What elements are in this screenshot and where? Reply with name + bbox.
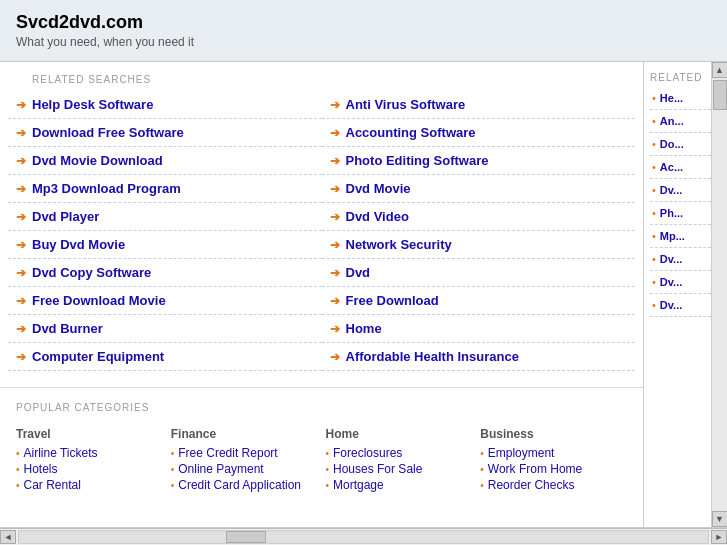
search-item-right[interactable]: ➔Free Download	[322, 287, 636, 315]
search-item-left[interactable]: ➔Computer Equipment	[8, 343, 322, 371]
scroll-down-button[interactable]: ▼	[712, 511, 728, 527]
category-list-item[interactable]: Employment	[480, 445, 627, 461]
category-link[interactable]: Reorder Checks	[488, 478, 575, 492]
search-link[interactable]: Dvd Copy Software	[32, 265, 151, 280]
search-item-right[interactable]: ➔Home	[322, 315, 636, 343]
category-list-item[interactable]: Credit Card Application	[171, 477, 318, 493]
category-link[interactable]: Credit Card Application	[178, 478, 301, 492]
sidebar-link-item[interactable]: •Dv...	[650, 179, 711, 202]
sidebar-link[interactable]: Do...	[660, 138, 684, 150]
sidebar-link[interactable]: Mp...	[660, 230, 685, 242]
arrow-icon: •	[652, 184, 656, 196]
search-link[interactable]: Computer Equipment	[32, 349, 164, 364]
sidebar-link-item[interactable]: •Dv...	[650, 248, 711, 271]
sidebar-link[interactable]: An...	[660, 115, 684, 127]
category-list-item[interactable]: Airline Tickets	[16, 445, 163, 461]
search-link[interactable]: Accounting Software	[346, 125, 476, 140]
search-item-right[interactable]: ➔Accounting Software	[322, 119, 636, 147]
category-list-item[interactable]: Online Payment	[171, 461, 318, 477]
category-link[interactable]: Mortgage	[333, 478, 384, 492]
search-link[interactable]: Free Download	[346, 293, 439, 308]
category-link[interactable]: Online Payment	[178, 462, 263, 476]
vertical-scrollbar[interactable]: ▲ ▼	[711, 62, 727, 527]
category-list-item[interactable]: Mortgage	[326, 477, 473, 493]
category-link[interactable]: Houses For Sale	[333, 462, 422, 476]
search-link[interactable]: Dvd Movie	[346, 181, 411, 196]
search-link[interactable]: Photo Editing Software	[346, 153, 489, 168]
horizontal-scrollbar[interactable]: ◄ ►	[0, 527, 727, 545]
category-list-item[interactable]: Work From Home	[480, 461, 627, 477]
search-link[interactable]: Free Download Movie	[32, 293, 166, 308]
category-link[interactable]: Foreclosures	[333, 446, 402, 460]
sidebar-link[interactable]: Dv...	[660, 184, 682, 196]
search-link[interactable]: Mp3 Download Program	[32, 181, 181, 196]
sidebar-link-item[interactable]: •Dv...	[650, 294, 711, 317]
category-link[interactable]: Employment	[488, 446, 555, 460]
scroll-up-button[interactable]: ▲	[712, 62, 728, 78]
search-link[interactable]: Anti Virus Software	[346, 97, 466, 112]
sidebar-link-item[interactable]: •Ac...	[650, 156, 711, 179]
arrow-icon: •	[652, 92, 656, 104]
search-item-right[interactable]: ➔Dvd	[322, 259, 636, 287]
search-item-right[interactable]: ➔Network Security	[322, 231, 636, 259]
related-searches-grid: ➔Help Desk Software➔Anti Virus Software➔…	[0, 91, 643, 371]
search-item-right[interactable]: ➔Dvd Movie	[322, 175, 636, 203]
sidebar-link-item[interactable]: •Ph...	[650, 202, 711, 225]
sidebar-link[interactable]: He...	[660, 92, 683, 104]
search-link[interactable]: Dvd Player	[32, 209, 99, 224]
search-item-left[interactable]: ➔Dvd Copy Software	[8, 259, 322, 287]
scroll-left-button[interactable]: ◄	[0, 530, 16, 544]
search-item-left[interactable]: ➔Free Download Movie	[8, 287, 322, 315]
scroll-thumb[interactable]	[713, 80, 727, 110]
category-list-item[interactable]: Hotels	[16, 461, 163, 477]
sidebar-link-item[interactable]: •Do...	[650, 133, 711, 156]
search-link[interactable]: Dvd Burner	[32, 321, 103, 336]
sidebar-link[interactable]: Dv...	[660, 253, 682, 265]
search-item-left[interactable]: ➔Download Free Software	[8, 119, 322, 147]
search-item-left[interactable]: ➔Dvd Burner	[8, 315, 322, 343]
category-list-item[interactable]: Car Rental	[16, 477, 163, 493]
search-item-left[interactable]: ➔Help Desk Software	[8, 91, 322, 119]
search-link[interactable]: Affordable Health Insurance	[346, 349, 519, 364]
category-link[interactable]: Free Credit Report	[178, 446, 277, 460]
scroll-right-button[interactable]: ►	[711, 530, 727, 544]
search-link[interactable]: Help Desk Software	[32, 97, 153, 112]
sidebar-link[interactable]: Ac...	[660, 161, 683, 173]
search-link[interactable]: Dvd Video	[346, 209, 409, 224]
category-link[interactable]: Airline Tickets	[24, 446, 98, 460]
search-item-right[interactable]: ➔Affordable Health Insurance	[322, 343, 636, 371]
search-link[interactable]: Buy Dvd Movie	[32, 237, 125, 252]
category-list-item[interactable]: Foreclosures	[326, 445, 473, 461]
search-link[interactable]: Download Free Software	[32, 125, 184, 140]
search-item-left[interactable]: ➔Dvd Player	[8, 203, 322, 231]
arrow-icon: •	[652, 253, 656, 265]
search-item-right[interactable]: ➔Anti Virus Software	[322, 91, 636, 119]
sidebar-link-item[interactable]: •Dv...	[650, 271, 711, 294]
arrow-icon: ➔	[330, 350, 340, 364]
category-list-item[interactable]: Reorder Checks	[480, 477, 627, 493]
sidebar-link-item[interactable]: •He...	[650, 87, 711, 110]
search-link[interactable]: Dvd	[346, 265, 371, 280]
sidebar-link[interactable]: Dv...	[660, 299, 682, 311]
search-item-left[interactable]: ➔Mp3 Download Program	[8, 175, 322, 203]
sidebar-link-item[interactable]: •Mp...	[650, 225, 711, 248]
search-link[interactable]: Network Security	[346, 237, 452, 252]
category-list-item[interactable]: Houses For Sale	[326, 461, 473, 477]
category-link[interactable]: Work From Home	[488, 462, 582, 476]
search-link[interactable]: Dvd Movie Download	[32, 153, 163, 168]
search-item-right[interactable]: ➔Dvd Video	[322, 203, 636, 231]
arrow-icon: ➔	[16, 98, 26, 112]
related-searches-label: RELATED SEARCHES	[16, 74, 643, 91]
search-item-right[interactable]: ➔Photo Editing Software	[322, 147, 636, 175]
category-link[interactable]: Hotels	[24, 462, 58, 476]
sidebar-link[interactable]: Ph...	[660, 207, 683, 219]
category-list-item[interactable]: Free Credit Report	[171, 445, 318, 461]
sidebar-link-item[interactable]: •An...	[650, 110, 711, 133]
search-item-left[interactable]: ➔Buy Dvd Movie	[8, 231, 322, 259]
category-link[interactable]: Car Rental	[24, 478, 81, 492]
search-item-left[interactable]: ➔Dvd Movie Download	[8, 147, 322, 175]
search-link[interactable]: Home	[346, 321, 382, 336]
popular-categories: POPULAR CATEGORIES TravelAirline Tickets…	[0, 387, 643, 493]
sidebar-link[interactable]: Dv...	[660, 276, 682, 288]
arrow-icon: ➔	[16, 210, 26, 224]
